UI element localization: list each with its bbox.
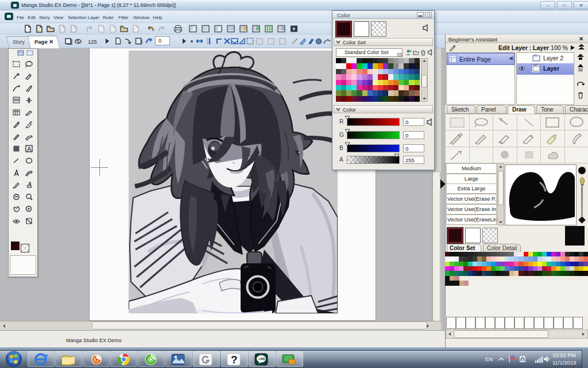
svg-text:?: ? [231, 354, 238, 366]
svg-text:A: A [27, 145, 32, 152]
svg-text:LINE: LINE [258, 357, 265, 361]
